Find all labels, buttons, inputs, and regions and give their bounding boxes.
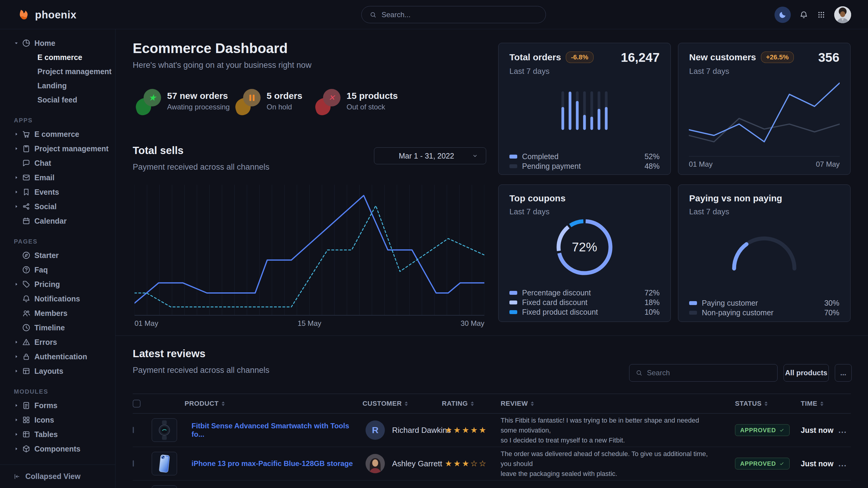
new-customers-card: New customers +26.5% 356 Last 7 days 01 … [678, 43, 850, 175]
product-thumbnail [152, 485, 177, 488]
review-line: The order was delivered ahead of schedul… [501, 449, 712, 469]
card-period: Last 7 days [509, 207, 660, 217]
sidebar-item-social[interactable]: Social [0, 199, 115, 214]
caret-right-icon [13, 446, 22, 452]
sort-icon [820, 401, 824, 406]
stat-caption: Out of stock [346, 103, 398, 111]
stat-circle-shape: ✕ [323, 89, 341, 106]
table-row: Fitbit Sense Advanced Smartwatch with To… [133, 414, 851, 447]
product-link[interactable]: iPhone 13 pro max-Pacific Blue-128GB sto… [191, 459, 361, 468]
select-all-checkbox-cell [133, 394, 141, 413]
product-thumbnail[interactable] [152, 418, 177, 442]
column-header-status[interactable]: STATUS [735, 394, 768, 413]
sidebar-item-icons[interactable]: Icons [0, 413, 115, 427]
sidebar-item-pricing[interactable]: Pricing [0, 277, 115, 291]
bar-fill [569, 92, 571, 130]
legend-swatch [509, 164, 517, 168]
product-thumbnail[interactable] [152, 452, 177, 475]
sidebar-item-layouts[interactable]: Layouts [0, 364, 115, 378]
sidebar-item-components[interactable]: Components [0, 442, 115, 456]
time-cell: Just now [801, 459, 833, 468]
card-head: Total orders -6.8% 16,247 Last 7 days [509, 52, 660, 76]
sidebar-item-e-commerce[interactable]: E commerce [0, 127, 115, 141]
sidebar-item-notifications[interactable]: Notifications [0, 291, 115, 306]
row-checkbox[interactable] [133, 460, 134, 466]
brand-logo[interactable]: phoenix [17, 0, 76, 29]
global-search-input[interactable] [381, 10, 538, 19]
check-icon [779, 461, 784, 466]
main-content: Ecommerce Dashboard Here's what's going … [116, 29, 868, 488]
apps-menu-button[interactable] [817, 10, 826, 19]
card-title: Total orders [509, 52, 561, 62]
collapse-sidebar-button[interactable]: Collapsed View [0, 464, 115, 488]
column-header-customer[interactable]: CUSTOMER [363, 394, 408, 413]
sidebar-item-calendar[interactable]: Calendar [0, 214, 115, 228]
bar-fill [605, 107, 608, 130]
global-search[interactable] [361, 6, 546, 23]
bookmark-icon [22, 188, 34, 197]
x-tick: 07 May [816, 160, 840, 168]
reviews-table: PRODUCTCUSTOMERRATINGREVIEWSTATUSTIME Fi… [133, 394, 851, 488]
total-sells-x-axis: 01 May 15 May 30 May [134, 319, 484, 328]
collapse-left-icon [13, 473, 21, 480]
sidebar-item-faq[interactable]: Faq [0, 263, 115, 277]
caret-right-icon [13, 354, 22, 360]
page-title: Ecommerce Dashboard [133, 40, 288, 56]
sidebar-item-chat[interactable]: Chat [0, 156, 115, 170]
column-header-time[interactable]: TIME [801, 394, 824, 413]
sidebar-item-home[interactable]: Home [0, 36, 115, 50]
legend-value: 10% [645, 308, 660, 317]
sidebar-item-forms[interactable]: Forms [0, 398, 115, 413]
product-link[interactable]: Fitbit Sense Advanced Smartwatch with To… [191, 422, 361, 438]
sidebar-item-starter[interactable]: Starter [0, 248, 115, 263]
sidebar-item-project-management[interactable]: Project management [0, 141, 115, 156]
column-header-review[interactable]: REVIEW [501, 394, 534, 413]
order-stats-row: ★57 new ordersAwating processing5 orders… [136, 88, 398, 116]
sidebar-section-label: PAGES [0, 235, 115, 248]
stat-value: 15 products [346, 91, 398, 101]
row-actions-button[interactable]: ... [838, 459, 847, 468]
stat-out-of-stock: ✕15 productsOut of stock [315, 88, 398, 116]
sidebar-item-errors[interactable]: Errors [0, 335, 115, 349]
column-header-rating[interactable]: RATING [442, 394, 474, 413]
reviews-search-input[interactable] [647, 369, 771, 377]
card-period: Last 7 days [689, 207, 839, 217]
users-icon [22, 308, 34, 318]
bar-track [576, 91, 579, 130]
notifications-button[interactable] [799, 10, 808, 19]
row-actions-button[interactable]: ... [838, 426, 847, 435]
legend-value: 30% [824, 299, 839, 307]
all-products-button[interactable]: All products [783, 364, 829, 382]
latest-reviews-title: Latest reviews [133, 348, 206, 360]
sidebar-item-label: Components [34, 445, 81, 453]
sidebar-item-email[interactable]: Email [0, 170, 115, 185]
sidebar-item-events[interactable]: Events [0, 185, 115, 199]
change-badge: +26.5% [761, 52, 794, 63]
reviews-search[interactable] [629, 364, 777, 382]
lock-icon [22, 352, 34, 361]
row-checkbox[interactable] [133, 427, 134, 433]
card-head: Paying vs non paying Last 7 days [689, 193, 839, 217]
sidebar-item-timeline[interactable]: Timeline [0, 320, 115, 335]
select-all-checkbox[interactable] [133, 400, 141, 408]
sidebar-item-authentication[interactable]: Authentication [0, 349, 115, 364]
page-subtitle: Here's what's going on at your business … [133, 61, 312, 70]
pie-chart-icon [22, 39, 34, 47]
date-range-value: Mar 1 - 31, 2022 [381, 152, 471, 160]
sidebar-subitem-social-feed[interactable]: Social feed [0, 93, 115, 107]
sidebar-subitem-landing[interactable]: Landing [0, 79, 115, 93]
caret-right-icon [13, 281, 22, 287]
sidebar-nav: HomeE commerceProject managementLandingS… [0, 29, 115, 456]
sidebar-subitem-project-management[interactable]: Project management [0, 65, 115, 79]
sidebar-subitem-e-commerce[interactable]: E commerce [0, 50, 115, 65]
user-avatar[interactable] [834, 6, 851, 23]
sidebar-item-tables[interactable]: Tables [0, 427, 115, 442]
dark-mode-toggle[interactable] [775, 7, 791, 23]
section-divider [116, 335, 868, 336]
more-options-button[interactable]: ... [835, 364, 852, 382]
column-header-product[interactable]: PRODUCT [185, 394, 225, 413]
x-tick: 01 May [134, 319, 158, 328]
sort-icon [531, 401, 534, 406]
sidebar-item-members[interactable]: Members [0, 306, 115, 320]
date-range-select[interactable]: Mar 1 - 31, 2022 [374, 148, 486, 164]
